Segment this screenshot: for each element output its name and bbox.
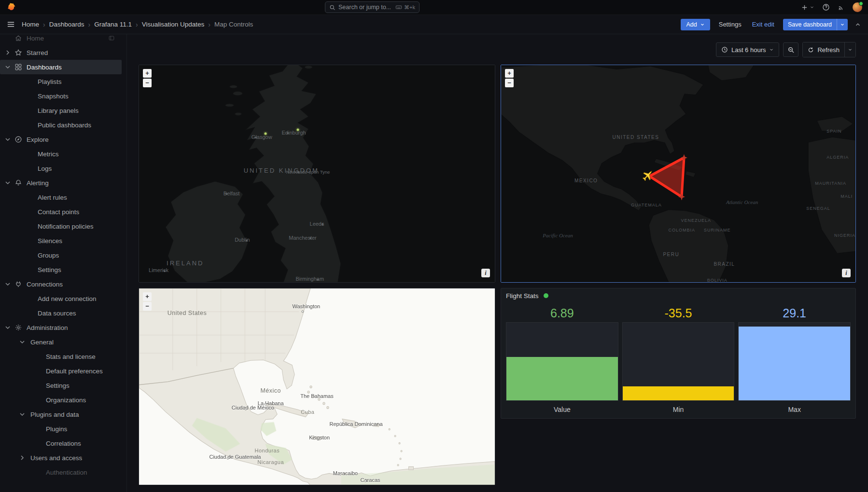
map-label: UNITED STATES [612,134,659,139]
menu-toggle-button[interactable] [7,20,15,28]
sidebar-item-groups[interactable]: Groups [0,248,122,262]
map-label: MEXICO [574,178,598,183]
airports-map[interactable]: GlasgowEdinburghNewcastle upon TyneUNITE… [139,65,495,282]
sidebar-item-dashboards[interactable]: Dashboards [0,60,122,74]
sidebar-item-default-preferences[interactable]: Default preferences [0,364,122,378]
map-attribution-button[interactable]: i [481,269,490,277]
stat-label: Min [622,401,735,414]
news-button[interactable] [838,4,845,11]
sidebar-item-add-new-connection[interactable]: Add new connection [0,291,122,306]
zoom-out-button[interactable]: − [143,302,152,311]
sidebar-item-alerting-settings[interactable]: Settings [0,262,122,277]
sidebar-item-library-panels[interactable]: Library panels [0,103,122,118]
grafana-logo-icon[interactable] [6,2,16,13]
zoom-in-button[interactable]: + [143,69,152,78]
sidebar-item-general[interactable]: General [0,335,122,349]
sidebar-item-organizations[interactable]: Organizations [0,393,122,407]
chevron-down-icon[interactable] [4,136,12,143]
chevron-down-icon[interactable] [4,324,12,331]
breadcrumb-separator: › [88,21,90,28]
refresh-button[interactable]: Refresh [803,42,844,57]
exit-edit-button[interactable]: Exit edit [750,18,776,30]
map-label: NIGERIA [834,233,855,238]
dock-sidebar-icon[interactable] [108,35,115,41]
chevron-right-icon[interactable] [18,454,26,462]
avatar[interactable] [853,2,862,12]
sidebar-item-snapshots[interactable]: Snapshots [0,89,122,103]
map-zoom-controls: + − [505,69,514,87]
map-marker [339,473,342,475]
map-label: Leeds [310,221,324,227]
map-labels: UNITED STATESMEXICOGUATEMALAVENEZUELACOL… [501,65,855,282]
dashboards-icon [14,63,22,71]
sidebar-item-administration[interactable]: Administration [0,320,122,335]
breadcrumb-current: Map Controls [214,21,253,28]
zoom-out-button[interactable]: − [505,79,514,87]
map-label: BOLIVIA [707,278,728,283]
sidebar-item-notification-policies[interactable]: Notification policies [0,219,122,233]
map-label: República Dominicana [330,421,383,427]
chevron-down-icon[interactable] [18,338,26,346]
help-button[interactable] [822,3,830,11]
map-marker [364,479,366,482]
settings-button[interactable]: Settings [717,18,743,30]
sidebar-item-playlists[interactable]: Playlists [0,74,122,89]
chevron-down-icon[interactable] [4,63,12,71]
zoom-out-time-button[interactable] [783,42,798,57]
sidebar-item-data-sources[interactable]: Data sources [0,306,122,320]
sidebar-item-public-dashboards[interactable]: Public dashboards [0,118,122,132]
map-marker [302,311,304,313]
breadcrumb-dashboard[interactable]: Visualisation Updates [142,21,205,28]
map-label: COLOMBIA [669,228,696,232]
chevron-right-icon[interactable] [4,49,12,56]
sidebar-item-starred[interactable]: Starred [0,45,122,60]
refresh-interval-button[interactable] [844,42,855,57]
sidebar-item-alert-rules[interactable]: Alert rules [0,190,122,205]
add-button[interactable]: Add [681,19,710,30]
search-input[interactable]: Search or jump to... ⌘+k [325,1,420,13]
sidebar-item-general-settings[interactable]: Settings [0,378,122,393]
danger-zone-map[interactable]: UNITED STATESMEXICOGUATEMALAVENEZUELACOL… [501,65,855,282]
chevron-down-icon[interactable] [4,280,12,288]
zoom-in-button[interactable]: + [143,292,152,301]
chevron-up-icon [854,21,861,28]
time-range-button[interactable]: Last 6 hours [716,42,780,57]
add-menu-button[interactable] [801,4,814,11]
zoom-out-button[interactable]: − [143,79,152,87]
map-label: SENEGAL [806,206,830,211]
sidebar-item-contact-points[interactable]: Contact points [0,205,122,219]
shortcut-hint: ⌘+k [395,4,415,11]
breadcrumb-dashboards[interactable]: Dashboards [49,21,84,28]
usa-map[interactable]: WashingtonUnited StatesMéxicoCiudad de M… [139,288,495,485]
breadcrumb-home[interactable]: Home [22,21,39,28]
sidebar-item-users-and-access[interactable]: Users and access [0,451,122,465]
sidebar-item-correlations[interactable]: Correlations [0,436,122,451]
panel-flight-stats-header[interactable]: Flight Stats [501,288,855,303]
sidebar-item-silences[interactable]: Silences [0,233,122,248]
zoom-in-button[interactable]: + [505,69,514,78]
sidebar-item-metrics[interactable]: Metrics [0,147,122,161]
sidebar-item-alerting[interactable]: Alerting [0,176,122,190]
save-dashboard-button[interactable]: Save dashboard [783,19,848,30]
map-label: BRAZIL [714,261,735,266]
breadcrumb-folder[interactable]: Grafana 11.1 [94,21,132,28]
panel-airports: Airports GlasgowEdinburghNewcastle upon … [139,65,495,283]
sidebar-item-stats-and-license[interactable]: Stats and license [0,349,122,364]
sidebar-item-logs[interactable]: Logs [0,161,122,176]
breadcrumb-separator: › [208,21,210,28]
stat-label: Value [506,401,618,414]
chevron-down-icon[interactable] [18,410,26,418]
map-attribution-button[interactable]: i [842,269,851,277]
sidebar-item-connections[interactable]: Connections [0,277,122,291]
save-options-button[interactable] [837,19,848,30]
bar-gauge [622,322,735,401]
sidebar-item-plugins[interactable]: Plugins [0,422,122,436]
chevron-down-icon[interactable] [4,179,12,187]
sidebar-item-explore[interactable]: Explore [0,132,122,147]
sidebar-item-plugins-and-data[interactable]: Plugins and data [0,407,122,422]
sidebar-item-home[interactable]: Home [0,34,122,45]
sidebar-scroll[interactable]: Home Starred Dashboards Playlists Snapsh… [0,34,126,479]
sidebar-item-authentication[interactable]: Authentication [0,465,122,479]
bar-gauge [506,322,618,401]
collapse-toolbar-button[interactable] [854,21,861,28]
